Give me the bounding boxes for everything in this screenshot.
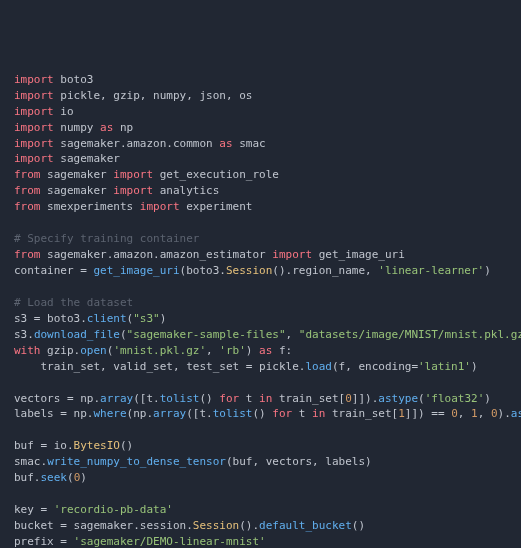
token-var: sagemaker (41, 184, 114, 197)
token-num: 1 (471, 407, 478, 420)
token-var: s3. (14, 328, 34, 341)
token-num: 0 (491, 407, 498, 420)
token-fn: get_image_uri (93, 264, 179, 277)
token-var: (np. (127, 407, 154, 420)
token-var: key = (14, 503, 54, 516)
token-fn: client (87, 312, 127, 325)
token-var: train_set[ (272, 392, 345, 405)
token-var: boto3 (54, 73, 94, 86)
token-str: 'linear-learner' (378, 264, 484, 277)
code-line (14, 215, 507, 231)
token-str: 'latin1' (418, 360, 471, 373)
token-fn: seek (41, 471, 68, 484)
token-num: 0 (345, 392, 352, 405)
token-var: , (206, 344, 219, 357)
token-str: "sagemaker-sample-files" (127, 328, 286, 341)
code-line: from sagemaker import get_execution_role (14, 167, 507, 183)
code-line: with gzip.open('mnist.pkl.gz', 'rb') as … (14, 343, 507, 359)
token-var: ([t. (186, 407, 213, 420)
token-var: container = (14, 264, 93, 277)
token-kw: in (312, 407, 325, 420)
token-var: sagemaker (41, 168, 114, 181)
token-var: vectors = np. (14, 392, 100, 405)
code-line: s3.download_file("sagemaker-sample-files… (14, 327, 507, 343)
token-var: , (458, 407, 471, 420)
token-var: () (252, 407, 272, 420)
token-fn: load (305, 360, 332, 373)
token-fn: open (80, 344, 107, 357)
token-var: (buf, vectors, labels) (226, 455, 372, 468)
token-var: analytics (153, 184, 219, 197)
token-var: numpy (54, 121, 100, 134)
code-line: buf.seek(0) (14, 470, 507, 486)
code-line: labels = np.where(np.array([t.tolist() f… (14, 406, 507, 422)
code-line: from sagemaker import analytics (14, 183, 507, 199)
token-fn: default_bucket (259, 519, 352, 532)
code-line: import boto3 (14, 72, 507, 88)
token-kw: as (100, 121, 113, 134)
code-line (14, 422, 507, 438)
token-var: (f, encoding= (332, 360, 418, 373)
token-var: experiment (180, 200, 253, 213)
token-fn: tolist (213, 407, 253, 420)
token-kw: import (14, 89, 54, 102)
token-str: 'mnist.pkl.gz' (113, 344, 206, 357)
token-var: ) (471, 360, 478, 373)
token-str: 'rb' (219, 344, 246, 357)
token-var: ( (120, 328, 127, 341)
token-var: ) (80, 471, 87, 484)
token-var: , (478, 407, 491, 420)
code-line: from sagemaker.amazon.amazon_estimator i… (14, 247, 507, 263)
token-var: () (352, 519, 365, 532)
code-line: s3 = boto3.client("s3") (14, 311, 507, 327)
token-str: 'sagemaker/DEMO-linear-mnist' (74, 535, 266, 548)
token-var: prefix = (14, 535, 74, 548)
token-cls: Session (193, 519, 239, 532)
token-num: 1 (398, 407, 405, 420)
code-line: import pickle, gzip, numpy, json, os (14, 88, 507, 104)
token-kw: import (14, 105, 54, 118)
token-var: ([t. (133, 392, 160, 405)
code-line: # Specify training container (14, 231, 507, 247)
token-kw: from (14, 200, 41, 213)
token-kw: import (14, 121, 54, 134)
code-line: train_set, valid_set, test_set = pickle.… (14, 359, 507, 375)
token-var: sagemaker (54, 152, 120, 165)
token-kw: import (14, 137, 54, 150)
token-kw: from (14, 168, 41, 181)
token-fn: array (100, 392, 133, 405)
token-var: io (54, 105, 74, 118)
code-line: key = 'recordio-pb-data' (14, 502, 507, 518)
token-cls: Session (226, 264, 272, 277)
token-var: train_set[ (325, 407, 398, 420)
token-var: get_image_uri (312, 248, 405, 261)
token-var: buf. (14, 471, 41, 484)
token-var: (). (239, 519, 259, 532)
code-line: # Load the dataset (14, 295, 507, 311)
token-var: bucket = sagemaker.session. (14, 519, 193, 532)
code-line: import sagemaker (14, 151, 507, 167)
token-cmt: # Specify training container (14, 232, 199, 245)
token-var: () (120, 439, 133, 452)
token-fn: where (93, 407, 126, 420)
token-var: ) (246, 344, 259, 357)
token-var: smac. (14, 455, 47, 468)
token-kw: for (219, 392, 239, 405)
token-var: ]]) == (405, 407, 451, 420)
code-line (14, 486, 507, 502)
token-var: ). (498, 407, 511, 420)
code-line (14, 375, 507, 391)
token-cmt: # Load the dataset (14, 296, 133, 309)
token-var: (boto3. (180, 264, 226, 277)
code-line: import sagemaker.amazon.common as smac (14, 136, 507, 152)
token-fn: download_file (34, 328, 120, 341)
token-kw: with (14, 344, 41, 357)
token-kw: as (219, 137, 232, 150)
token-var: buf = io. (14, 439, 74, 452)
token-kw: import (113, 184, 153, 197)
token-var: np (113, 121, 133, 134)
token-var: s3 = boto3. (14, 312, 87, 325)
token-fn: astype (511, 407, 521, 420)
code-block: import boto3import pickle, gzip, numpy, … (14, 72, 507, 548)
token-var: pickle, gzip, numpy, json, os (54, 89, 253, 102)
